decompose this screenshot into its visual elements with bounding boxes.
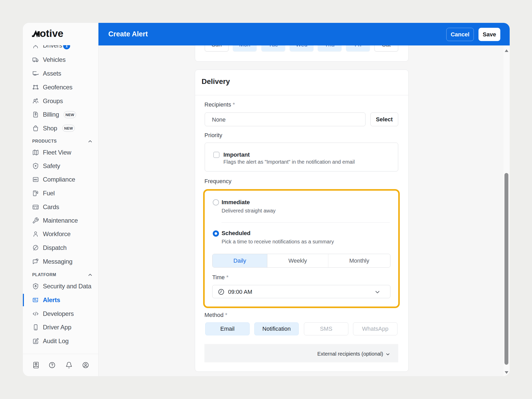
svg-text:otive: otive	[40, 29, 63, 38]
